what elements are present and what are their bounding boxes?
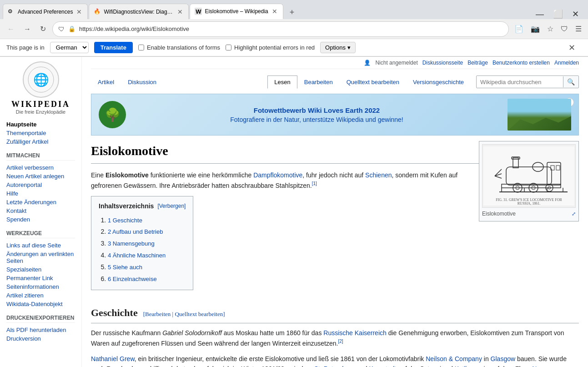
kotlin-link[interactable]: Kotlin: [455, 365, 471, 367]
toc-heading: Inhaltsverzeichnis: [99, 201, 154, 211]
translate-button[interactable]: Translate: [94, 42, 133, 53]
forms-checkbox[interactable]: [138, 45, 144, 50]
tab-lesen[interactable]: Lesen: [267, 75, 297, 89]
svg-text:🌐: 🌐: [33, 72, 49, 87]
toc-list: 1 Geschichte 2 Aufbau und Betrieb 3 Name…: [99, 215, 186, 284]
sidebar-item-aenderungen-verlinkte[interactable]: Änderungen an verlinkten Seiten: [6, 250, 75, 265]
tab-close-btn[interactable]: ✕: [75, 7, 83, 16]
sidebar-item-druckversion[interactable]: Druckversion: [6, 334, 75, 343]
search-button[interactable]: 🔍: [563, 76, 578, 87]
options-button[interactable]: Options ▾: [320, 42, 356, 53]
sidebar-item-themenportale[interactable]: Themenportale: [6, 129, 75, 137]
maximize-button[interactable]: ⬜: [550, 9, 566, 19]
toc-link-1[interactable]: 1 Geschichte: [108, 217, 142, 224]
diskussionsseite-link[interactable]: Diskussionsseite: [422, 60, 463, 66]
toc-toggle-button[interactable]: [Verbergen]: [157, 202, 186, 211]
section-edit-link[interactable]: Bearbeiten: [145, 311, 171, 317]
section-quelltext-link[interactable]: Quelltext bearbeiten: [175, 311, 223, 317]
beitraege-link[interactable]: Beiträge: [467, 60, 488, 66]
sidebar-item-links-auf-seite[interactable]: Links auf diese Seite: [6, 241, 75, 250]
wiki-search-box[interactable]: 🔍: [476, 75, 579, 88]
section1-para2: Nathaniel Grew, ein britischer Ingenieur…: [91, 354, 579, 367]
sidebar-item-artikel-verbessern[interactable]: Artikel verbessern: [6, 163, 75, 172]
expand-icon[interactable]: ⤢: [572, 210, 576, 218]
intro-text1: funktionierte wie eine herkömmliche: [149, 171, 253, 179]
close-button[interactable]: ✕: [569, 9, 582, 19]
schienen-link[interactable]: Schienen: [365, 171, 392, 179]
sidebar-item-artikel-zitieren[interactable]: Artikel zitieren: [6, 291, 75, 300]
sidebar-item-wikidata[interactable]: Wikidata-Datenobjekt: [6, 300, 75, 308]
tab-advanced-prefs[interactable]: ⚙ Advanced Preferences ✕: [3, 4, 88, 19]
screenshot-button[interactable]: 📷: [529, 23, 542, 35]
tab-diskussion[interactable]: Diskussion: [121, 75, 163, 88]
nav-bar: ← → ↻ 🛡 🔒 📄 📷 ☆ 🛡 ☰: [0, 19, 588, 39]
language-select[interactable]: German: [50, 42, 89, 53]
search-input[interactable]: [477, 77, 563, 87]
banner-image: [508, 99, 571, 131]
back-button[interactable]: ←: [5, 23, 17, 35]
neilson-link[interactable]: Neilson & Company: [426, 355, 482, 362]
toc-item: 1 Geschichte: [108, 215, 186, 226]
banner-text: Fotowettbewerb Wiki Loves Earth 2022 Fot…: [133, 106, 500, 123]
toc-link-2[interactable]: 2 Aufbau und Betrieb: [108, 228, 163, 235]
toc-link-6[interactable]: 6 Einzelnachweise: [108, 276, 157, 282]
benutzerkonto-link[interactable]: Benutzerkonto erstellen: [493, 60, 550, 66]
wiki-tabs-row: Artikel Diskussion Lesen Bearbeiten Quel…: [91, 72, 579, 88]
sidebar-item-permanenter-link[interactable]: Permanenter Link: [6, 274, 75, 282]
newa-link[interactable]: Newa: [532, 365, 548, 367]
sidebar-item-zufaelliger[interactable]: Zufälliger Artikel: [6, 137, 75, 146]
bookmark-button[interactable]: ☆: [545, 23, 555, 35]
nathaniel-grew-link[interactable]: Nathaniel Grew: [91, 355, 135, 362]
sidebar-item-neuen-artikel[interactable]: Neuen Artikel anlegen: [6, 172, 75, 181]
sidebar-heading-werkzeuge: Werkzeuge: [6, 230, 75, 238]
sidebar-item-kontakt[interactable]: Kontakt: [6, 206, 75, 215]
article-body: FIG. 31. GREW'S ICE LOCOMOTIVE FOR RUSSI…: [91, 141, 579, 367]
dampflokomotive-link[interactable]: Dampflokomotive: [253, 171, 302, 179]
tab-versionsgeschichte[interactable]: Versionsgeschichte: [406, 75, 471, 88]
intro-text2: , fuhr jedoch nicht auf: [302, 171, 365, 179]
st-petersburg-link[interactable]: St. Petersburg: [314, 365, 355, 367]
sidebar-item-pdf[interactable]: Als PDF herunterladen: [6, 326, 75, 334]
russisches-kaiserreich-link[interactable]: Russische Kaiserreich: [323, 329, 387, 337]
url-input[interactable]: [79, 25, 503, 32]
sidebar-item-hilfe[interactable]: Hilfe: [6, 189, 75, 198]
menu-button[interactable]: ☰: [573, 23, 583, 35]
new-tab-button[interactable]: +: [286, 6, 298, 19]
intro-ref: [1]: [312, 181, 317, 186]
tab-bar: ⚙ Advanced Preferences ✕ 🔥 WifiDiagnosti…: [0, 0, 588, 19]
tab-bearbeiten[interactable]: Bearbeiten: [297, 75, 340, 88]
toc-link-3[interactable]: 3 Namensgebung: [108, 240, 155, 247]
banner-subtitle: Fotografiere in der Natur, unterstütze W…: [133, 116, 500, 123]
translation-close-button[interactable]: ✕: [562, 39, 582, 56]
errors-checkbox[interactable]: [226, 45, 231, 50]
sidebar-item-letzte-aenderungen[interactable]: Letzte Änderungen: [6, 198, 75, 206]
forward-button[interactable]: →: [21, 23, 34, 35]
tab-wikipedia[interactable]: W Eislokomotive – Wikipedia ✕: [190, 4, 283, 19]
sidebar-item-seiteninformationen[interactable]: Seiteninformationen: [6, 282, 75, 291]
toc-link-5[interactable]: 5 Siehe auch: [108, 264, 142, 271]
tab-close-btn[interactable]: ✕: [176, 7, 184, 16]
tab-quelltext[interactable]: Quelltext bearbeiten: [340, 75, 406, 88]
reload-button[interactable]: ↻: [37, 23, 49, 35]
tab-close-btn[interactable]: ✕: [271, 7, 278, 16]
anmelden-link[interactable]: Anmelden: [554, 60, 579, 66]
wikipedia-globe-icon: 🌐: [27, 66, 55, 93]
sidebar-item-hauptseite[interactable]: Hauptseite: [6, 120, 75, 129]
shield-nav-button[interactable]: 🛡: [559, 23, 570, 35]
section-edit-links: [Bearbeiten | Quelltext bearbeiten]: [143, 310, 225, 319]
wiki-logo-image: 🌐: [23, 61, 59, 98]
sidebar-item-spezialseiten[interactable]: Spezialseiten: [6, 265, 75, 274]
glasgow-link[interactable]: Glasgow: [491, 355, 515, 362]
sidebar-item-spenden[interactable]: Spenden: [6, 215, 75, 224]
nav-right-icons: 📄 📷 ☆ 🛡 ☰: [513, 23, 583, 35]
toc-link-4[interactable]: 4 Ähnliche Maschinen: [108, 252, 166, 259]
tab-artikel[interactable]: Artikel: [91, 75, 121, 88]
sidebar-item-autorenportal[interactable]: Autorenportal: [6, 181, 75, 189]
address-bar[interactable]: 🛡 🔒: [52, 21, 509, 37]
minimize-button[interactable]: —: [533, 10, 547, 19]
section-heading-geschichte: Geschichte [Bearbeiten | Quelltext bearb…: [91, 305, 579, 323]
reader-mode-button[interactable]: 📄: [513, 23, 525, 35]
kronstadt-link[interactable]: Kronstadt: [369, 365, 396, 367]
tab-wifi-diag[interactable]: 🔥 WifiDiagnosticsView: Diagnosti... ✕: [89, 4, 189, 19]
infobox: FIG. 31. GREW'S ICE LOCOMOTIVE FOR RUSSI…: [479, 141, 579, 221]
